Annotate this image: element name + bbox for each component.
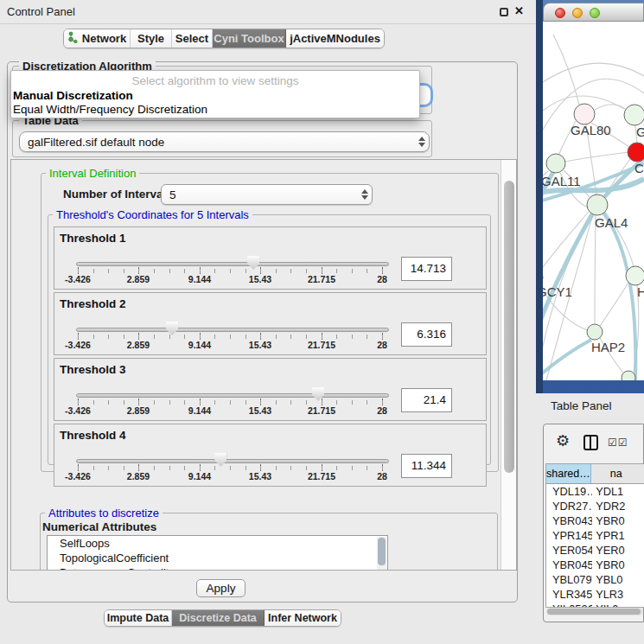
tab-infer-network[interactable]: Infer Network (265, 610, 341, 626)
tick-label: 15.43 (249, 471, 271, 481)
control-panel-titlebar: Control Panel ✕ (0, 0, 536, 24)
tick-label: 9.144 (188, 405, 211, 416)
threshold-1-slider-track[interactable] (76, 262, 389, 266)
tab-cyni-toolbox[interactable]: Cyni Toolbox (213, 29, 286, 48)
node-gal11[interactable] (546, 154, 565, 173)
checkbox-filter-icons[interactable]: ☑☑ (608, 437, 628, 449)
network-canvas[interactable]: GAL80 GA C GAL11 GAL4 GCY1 H HAP2 (543, 22, 644, 380)
popup-option-equal-width[interactable]: Equal Width/Frequency Discretization (13, 103, 207, 116)
tick-marks (78, 400, 384, 405)
node-label: GCY1 (543, 284, 572, 299)
column-layout-icon[interactable] (583, 435, 598, 450)
tick-label: -3.426 (65, 340, 91, 350)
num-intervals-combo[interactable]: 5 (161, 184, 373, 205)
table-body: YDL19…YDL1 YDR27…YDR2 YBR043CYBR0 YPR145… (546, 484, 644, 608)
tick-label: 9.144 (188, 471, 211, 481)
panel-separator[interactable] (536, 0, 543, 393)
popup-placeholder-item[interactable]: Select algorithm to view settings (11, 74, 419, 87)
zoom-traffic-light-icon[interactable] (590, 8, 600, 18)
node-label: GAL4 (595, 215, 628, 230)
table-horizontal-scrollbar[interactable] (546, 608, 643, 615)
node-label: GA (636, 124, 644, 139)
threshold-4-box: Threshold 4 -3.426 2.859 9.144 15.43 21.… (54, 424, 487, 487)
viewport-scrollbar[interactable] (501, 160, 516, 571)
threshold-1-value-field[interactable]: 14.713 (401, 257, 452, 281)
node-hap2[interactable] (587, 324, 603, 340)
tab-label: jActiveMNodules (290, 32, 380, 45)
table-row[interactable]: YDL19…YDL1 (546, 484, 644, 499)
list-item[interactable]: BetweennessCentrality (48, 565, 387, 571)
tick-label: 21.715 (308, 274, 335, 284)
tick-label: 21.715 (308, 340, 335, 350)
tick-label: 15.43 (249, 340, 271, 350)
node-label: GAL11 (543, 174, 581, 188)
close-icon[interactable]: ✕ (514, 4, 524, 17)
tick-marks (78, 335, 384, 339)
gear-icon[interactable]: ⚙ (556, 431, 570, 450)
float-window-icon[interactable] (500, 8, 508, 16)
list-scrollbar[interactable] (377, 537, 386, 571)
tick-label: 2.859 (127, 405, 150, 416)
table-row[interactable]: YBL079WYBL0 (546, 572, 644, 587)
node-top-right[interactable] (624, 105, 644, 125)
tab-label: Style (137, 32, 164, 45)
node-red-selected[interactable] (628, 143, 644, 162)
threshold-label: Threshold 2 (60, 297, 126, 310)
network-window-titlebar[interactable] (543, 3, 644, 22)
threshold-2-value-field[interactable]: 6.316 (401, 322, 452, 347)
table-data-value: galFiltered.sif default node (20, 136, 415, 149)
table-row[interactable]: YBR045CYBR0 (546, 558, 644, 572)
tick-label: 2.859 (127, 274, 150, 284)
threshold-3-value-field[interactable]: 21.4 (401, 388, 452, 412)
table-row[interactable]: YIL052CYIL0 (546, 602, 644, 608)
table-row[interactable]: YDR27…YDR2 (546, 499, 644, 513)
threshold-label: Threshold 3 (60, 363, 126, 376)
network-graph: GAL80 GA C GAL11 GAL4 GCY1 H HAP2 (543, 22, 644, 380)
tab-label: Discretize Data (179, 612, 257, 624)
node-bottom[interactable] (622, 371, 635, 380)
numerical-attributes-label: Numerical Attributes (42, 520, 156, 533)
threshold-4-slider-track[interactable] (76, 459, 389, 463)
popup-option-manual[interactable]: Manual Discretization (13, 89, 133, 102)
tab-select[interactable]: Select (172, 29, 213, 48)
table-data-combo[interactable]: galFiltered.sif default node (19, 131, 430, 152)
tab-jactivemnodules[interactable]: jActiveMNodules (286, 29, 384, 48)
table-row[interactable]: YLR345WYLR3 (546, 587, 644, 602)
tab-label: Impute Data (107, 612, 169, 624)
list-item[interactable]: TopologicalCoefficient (48, 551, 387, 565)
threshold-2-slider-track[interactable] (76, 328, 389, 332)
node-gal4[interactable] (587, 194, 608, 215)
table-row[interactable]: YPR145WYPR1 (546, 528, 644, 543)
top-tab-bar: Network Style Select Cyni Toolbox jActiv… (63, 29, 385, 48)
node-h[interactable] (626, 266, 644, 285)
threshold-label: Threshold 1 (60, 232, 126, 245)
tab-style[interactable]: Style (131, 29, 172, 48)
node-label: GAL80 (571, 123, 611, 137)
tab-label: Select (175, 32, 208, 45)
threshold-1-box: Threshold 1 -3.426 2.859 9.144 15.43 21.… (54, 226, 487, 290)
threshold-4-value-field[interactable]: 11.344 (401, 454, 452, 478)
minimize-traffic-light-icon[interactable] (572, 8, 583, 18)
node-gal80[interactable] (574, 104, 595, 124)
tick-marks (78, 269, 384, 273)
table-row[interactable]: YBR043CYBR0 (546, 513, 644, 528)
list-item[interactable]: SelfLoops (48, 536, 387, 551)
node-label: HAP2 (591, 340, 625, 354)
tab-discretize-data[interactable]: Discretize Data (172, 610, 265, 626)
tick-marks (78, 466, 384, 470)
tab-network[interactable]: Network (64, 29, 131, 48)
close-traffic-light-icon[interactable] (555, 8, 565, 18)
threshold-3-box: Threshold 3 -3.426 2.859 9.144 15.43 21.… (54, 358, 487, 421)
threshold-3-slider-track[interactable] (76, 393, 389, 398)
attributes-list[interactable]: SelfLoops TopologicalCoefficient Between… (47, 535, 388, 571)
column-header-shared-name[interactable]: shared… (546, 464, 591, 483)
network-icon (67, 31, 78, 46)
algorithm-dropdown-popup: Select algorithm to view settings Manual… (10, 70, 420, 118)
viewport-scrollbar-thumb[interactable] (504, 181, 514, 473)
table-row[interactable]: YER054CYER0 (546, 543, 644, 558)
threshold-label: Threshold 4 (60, 429, 126, 442)
tab-impute-data[interactable]: Impute Data (105, 610, 172, 626)
node-attribute-table: shared… na YDL19…YDL1 YDR27…YDR2 YBR043C… (545, 463, 644, 608)
apply-button[interactable]: Apply (196, 579, 245, 597)
column-header-name[interactable]: na (591, 464, 644, 483)
